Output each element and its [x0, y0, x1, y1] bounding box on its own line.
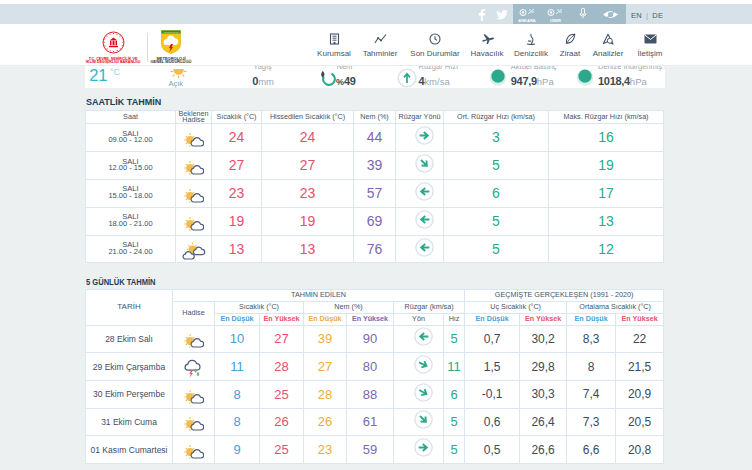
- svg-text:METEOROLOJi: METEOROLOJi: [164, 31, 179, 33]
